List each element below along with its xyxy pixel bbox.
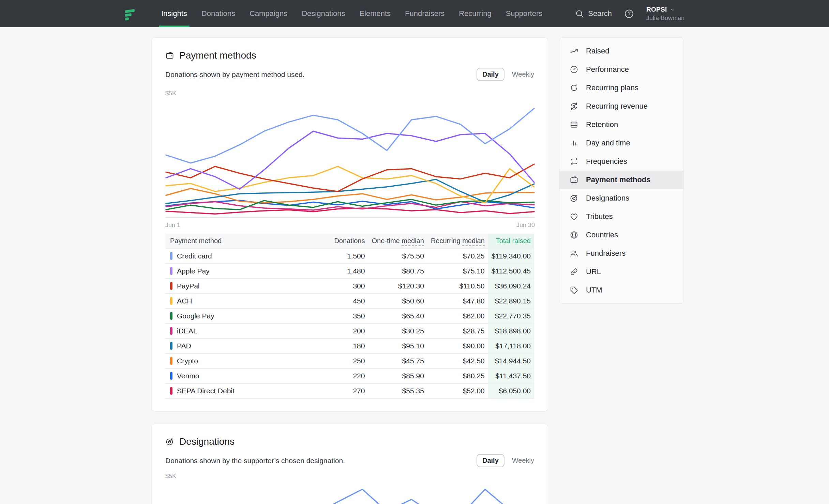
sidebar-item-label: UTM [586, 286, 602, 295]
table-row-sepa-direct-debit: SEPA Direct Debit270$55.35$52.00$6,050.0… [165, 383, 534, 398]
payment-methods-card: Payment methods Donations shown by payme… [151, 37, 548, 411]
x-axis-start-label: Jun 1 [165, 222, 180, 229]
sidebar-item-designations[interactable]: Designations [559, 189, 683, 207]
help-icon [624, 9, 634, 19]
wallet-icon [165, 51, 174, 60]
line-series-designation [166, 489, 534, 504]
sidebar-item-recurring-revenue[interactable]: Recurring revenue [559, 97, 683, 115]
sidebar-item-label: URL [586, 267, 601, 276]
sidebar-item-label: Tributes [586, 212, 613, 221]
table-row-crypto: Crypto250$45.75$42.50$14,944.50 [165, 353, 534, 368]
one-time-median-value: $30.25 [368, 324, 427, 338]
payment-methods-line-chart[interactable] [165, 99, 535, 219]
dollar-cycle-icon [570, 102, 578, 111]
payment-method-name: Apple Pay [165, 264, 317, 279]
interval-toggle: Daily Weekly [477, 68, 534, 81]
help-button[interactable] [624, 9, 634, 19]
sidebar-item-raised[interactable]: Raised [559, 42, 683, 60]
nav-item-donations[interactable]: Donations [194, 0, 242, 27]
column-header-donations: Donations [317, 234, 368, 249]
heart-icon [570, 212, 578, 221]
chevron-down-icon [669, 6, 675, 13]
search-button[interactable]: Search [575, 9, 612, 18]
series-color-chip [170, 297, 172, 305]
designations-line-chart[interactable] [165, 481, 535, 504]
series-color-chip [170, 342, 172, 350]
payment-method-name: Venmo [165, 368, 317, 383]
people-icon [570, 249, 578, 258]
sidebar-item-day-and-time[interactable]: Day and time [559, 134, 683, 152]
sidebar-item-tributes[interactable]: Tributes [559, 207, 683, 226]
nav-item-designations[interactable]: Designations [295, 0, 352, 27]
donations-value: 250 [317, 353, 368, 368]
search-label: Search [588, 9, 612, 18]
sidebar-item-label: Performance [586, 65, 629, 74]
total-raised-value: $22,770.35 [488, 309, 534, 324]
sidebar-item-label: Countries [586, 231, 618, 239]
table-row-credit-card: Credit card1,500$75.50$70.25$119,340.00 [165, 249, 534, 264]
column-header-recurring-median[interactable]: Recurring median [427, 234, 488, 249]
series-color-chip [170, 312, 172, 320]
y-axis-label: $5K [165, 473, 534, 480]
sidebar-item-fundraisers[interactable]: Fundraisers [559, 244, 683, 263]
bars-icon [570, 139, 578, 147]
nav-item-fundraisers[interactable]: Fundraisers [398, 0, 452, 27]
recurring-median-value: $75.10 [427, 264, 488, 279]
donations-value: 350 [317, 309, 368, 324]
app-logo[interactable] [123, 6, 137, 21]
donations-value: 1,500 [317, 249, 368, 264]
nav-item-campaigns[interactable]: Campaigns [242, 0, 295, 27]
payment-method-name: Crypto [165, 353, 317, 368]
sidebar-item-label: Frequencies [586, 157, 627, 166]
donations-value: 300 [317, 279, 368, 294]
target-icon [570, 194, 578, 203]
one-time-median-value: $85.90 [368, 368, 427, 383]
payment-method-name: Google Pay [165, 309, 317, 324]
account-menu[interactable]: ROPSI Julia Bowman [646, 6, 684, 22]
sidebar-item-label: Day and time [586, 139, 630, 147]
toggle-daily-button[interactable]: Daily [477, 454, 504, 467]
table-row-paypal: PayPal300$120.30$110.50$36,090.24 [165, 279, 534, 294]
payment-method-name: Credit card [165, 249, 317, 264]
series-color-chip [170, 357, 172, 365]
recurring-median-value: $28.75 [427, 324, 488, 338]
line-series-pad [166, 179, 534, 204]
sidebar-item-label: Recurring revenue [586, 102, 648, 111]
toggle-weekly-button[interactable]: Weekly [512, 457, 534, 464]
sidebar-item-recurring-plans[interactable]: Recurring plans [559, 79, 683, 97]
sidebar-item-url[interactable]: URL [559, 263, 683, 281]
total-raised-value: $17,118.00 [488, 338, 534, 353]
recurring-median-value: $52.00 [427, 383, 488, 398]
designations-card: Designations Donations shown by the supp… [151, 424, 548, 504]
sidebar-item-payment-methods[interactable]: Payment methods [559, 171, 683, 189]
table-row-ach: ACH450$50.60$47.80$22,890.15 [165, 294, 534, 309]
table-row-pad: PAD180$95.10$90.00$17,118.00 [165, 338, 534, 353]
toggle-weekly-button[interactable]: Weekly [512, 70, 534, 78]
total-raised-value: $119,340.00 [488, 249, 534, 264]
recurring-median-value: $47.80 [427, 294, 488, 309]
series-color-chip [170, 282, 172, 290]
recurring-median-value: $62.00 [427, 309, 488, 324]
nav-item-supporters[interactable]: Supporters [499, 0, 550, 27]
recurring-median-value: $90.00 [427, 338, 488, 353]
nav-item-elements[interactable]: Elements [352, 0, 398, 27]
sidebar-item-countries[interactable]: Countries [559, 226, 683, 244]
series-color-chip [170, 252, 172, 260]
column-header-one-time-median[interactable]: One-time median [368, 234, 427, 249]
grid-icon [570, 120, 578, 129]
sidebar-item-performance[interactable]: Performance [559, 60, 683, 79]
one-time-median-value: $55.35 [368, 383, 427, 398]
toggle-daily-button[interactable]: Daily [477, 68, 504, 81]
wallet-icon [570, 175, 578, 184]
donations-value: 220 [317, 368, 368, 383]
sidebar-item-frequencies[interactable]: Frequencies [559, 152, 683, 171]
total-raised-value: $6,050.00 [488, 383, 534, 398]
payment-methods-table: Payment methodDonationsOne-time medianRe… [165, 234, 534, 399]
recurring-median-value: $70.25 [427, 249, 488, 264]
sidebar-item-retention[interactable]: Retention [559, 115, 683, 134]
nav-item-insights[interactable]: Insights [154, 0, 194, 27]
payment-method-name: PayPal [165, 279, 317, 294]
sidebar-item-utm[interactable]: UTM [559, 281, 683, 299]
nav-item-recurring[interactable]: Recurring [452, 0, 498, 27]
refresh-icon [570, 83, 578, 92]
